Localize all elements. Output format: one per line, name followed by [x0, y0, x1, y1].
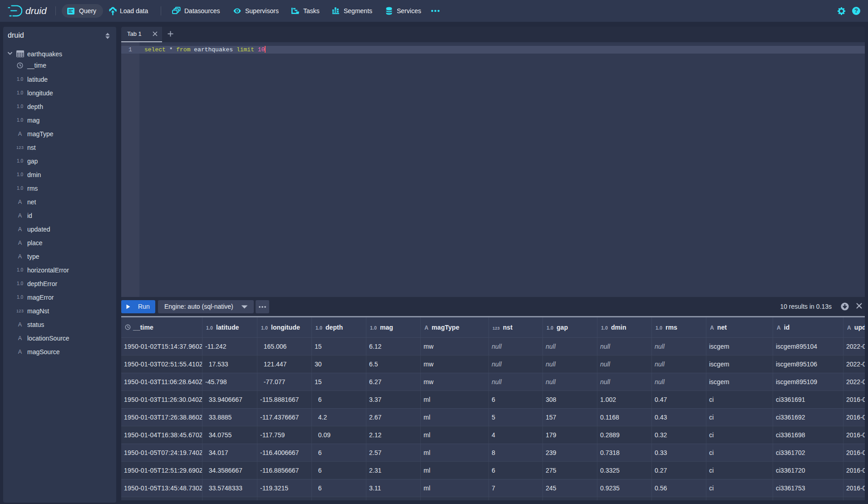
svg-text:?: ? [854, 8, 858, 14]
